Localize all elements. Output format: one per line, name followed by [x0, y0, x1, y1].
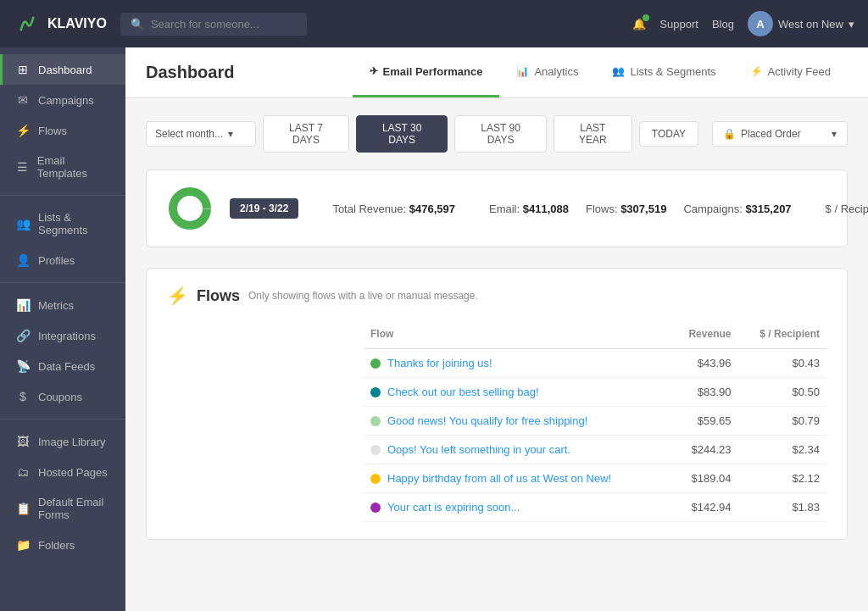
sidebar-label: Folders — [38, 539, 75, 552]
flows-header: ⚡ Flows Only showing flows with a live o… — [167, 286, 826, 306]
flow-name-link[interactable]: Good news! You qualify for free shipping… — [370, 414, 664, 427]
tab-email-performance[interactable]: ✈Email Performance — [353, 47, 500, 97]
filter-btn-last-30-days[interactable]: LAST 30 DAYS — [356, 115, 448, 153]
tab-activity-feed[interactable]: ⚡Activity Feed — [733, 47, 848, 97]
svg-point-3 — [201, 357, 303, 458]
sidebar-divider — [0, 282, 125, 283]
tab-icon: ✈ — [370, 65, 378, 77]
sidebar-item-image-library[interactable]: 🖼Image Library — [0, 426, 125, 457]
sidebar-icon: 📊 — [16, 298, 30, 312]
flow-dot — [370, 358, 381, 369]
chevron-down-icon: ▾ — [849, 18, 854, 31]
sidebar-label: Flows — [38, 125, 67, 137]
flow-revenue: $142.94 — [670, 493, 738, 522]
table-row: Oops! You left something in your cart. $… — [364, 436, 826, 464]
sidebar-icon: ✉ — [16, 93, 30, 107]
filter-btn-last-7-days[interactable]: LAST 7 DAYS — [263, 115, 349, 153]
flow-per-recipient: $1.83 — [737, 493, 826, 522]
sidebar-item-default-email-forms[interactable]: 📋Default Email Forms — [0, 487, 125, 530]
sidebar-item-email-templates[interactable]: ☰Email Templates — [0, 146, 125, 188]
per-recipient-stat: $ / Recipient: $0.24 — [826, 203, 868, 215]
sidebar-label: Hosted Pages — [38, 466, 108, 479]
revenue-col-header: Revenue — [670, 323, 738, 349]
tab-analytics[interactable]: 📊Analytics — [499, 47, 595, 97]
flow-revenue: $189.04 — [670, 464, 738, 493]
tab-lists-segments[interactable]: 👥Lists & Segments — [595, 47, 732, 97]
logo-text: KLAVIYO — [47, 16, 107, 31]
logo: KLAVIYO — [14, 10, 107, 37]
date-range-badge: 2/19 - 3/22 — [230, 198, 298, 219]
blog-link[interactable]: Blog — [712, 18, 734, 31]
sidebar-item-hosted-pages[interactable]: 🗂Hosted Pages — [0, 457, 125, 487]
table-row: Good news! You qualify for free shipping… — [364, 407, 826, 436]
filter-btn-last-year[interactable]: LAST YEAR — [554, 115, 632, 153]
filter-btn-last-90-days[interactable]: LAST 90 DAYS — [454, 115, 546, 153]
placed-order-label: Placed Order — [741, 128, 801, 140]
chevron-down-icon: ▾ — [832, 128, 837, 140]
sidebar-item-integrations[interactable]: 🔗Integrations — [0, 320, 125, 351]
total-revenue-stat: Total Revenue: $476,597 — [332, 203, 455, 215]
table-row: Thanks for joining us! $43.96 $0.43 — [364, 349, 826, 378]
sidebar-label: Campaigns — [38, 94, 94, 107]
sidebar-item-profiles[interactable]: 👤Profiles — [0, 245, 125, 275]
support-link[interactable]: Support — [659, 18, 698, 31]
lock-icon: 🔒 — [723, 128, 736, 140]
sidebar-icon: 📁 — [16, 538, 30, 552]
sidebar-label: Lists & Segments — [38, 211, 112, 236]
sidebar-label: Default Email Forms — [38, 496, 112, 521]
flows-table: Flow Revenue $ / Recipient Thanks for jo… — [364, 323, 826, 522]
sidebar-label: Metrics — [38, 299, 74, 312]
tab-label: Activity Feed — [768, 65, 831, 78]
sidebar-item-campaigns[interactable]: ✉Campaigns — [0, 85, 125, 115]
sidebar-item-folders[interactable]: 📁Folders — [0, 530, 125, 560]
sidebar-item-lists-segments[interactable]: 👥Lists & Segments — [0, 203, 125, 245]
sidebar-item-data-feeds[interactable]: 📡Data Feeds — [0, 351, 125, 381]
flow-dot — [370, 445, 381, 455]
filter-btn-today[interactable]: TODAY — [639, 121, 698, 147]
flow-per-recipient: $0.43 — [737, 349, 826, 378]
flow-dot — [370, 474, 381, 484]
flow-name-link[interactable]: Your cart is expiring soon... — [370, 501, 664, 514]
flow-name-link[interactable]: Oops! You left something in your cart. — [370, 443, 664, 456]
notification-bell[interactable]: 🔔 — [632, 18, 646, 31]
tab-icon: ⚡ — [750, 65, 763, 77]
sidebar: ⊞Dashboard✉Campaigns⚡Flows☰Email Templat… — [0, 47, 125, 611]
filter-bar: Select month... ▾ LAST 7 DAYSLAST 30 DAY… — [146, 115, 848, 153]
main-content: Dashboard ✈Email Performance📊Analytics👥L… — [125, 47, 868, 611]
campaigns-revenue-stat: Campaigns: $315,207 — [683, 203, 791, 215]
sidebar-icon: 👤 — [16, 253, 30, 267]
sidebar-item-dashboard[interactable]: ⊞Dashboard — [0, 54, 125, 85]
sidebar-divider — [0, 195, 125, 196]
sidebar-icon: 🗂 — [16, 465, 30, 479]
flow-name-link[interactable]: Thanks for joining us! — [370, 357, 664, 369]
sidebar-item-coupons[interactable]: $Coupons — [0, 381, 125, 412]
month-select[interactable]: Select month... ▾ — [146, 121, 256, 147]
sidebar-item-flows[interactable]: ⚡Flows — [0, 115, 125, 146]
search-bar[interactable]: 🔍 — [120, 13, 307, 36]
search-input[interactable] — [151, 18, 287, 31]
sidebar-item-metrics[interactable]: 📊Metrics — [0, 290, 125, 320]
search-icon: 🔍 — [131, 18, 144, 31]
sidebar-label: Image Library — [38, 436, 105, 448]
summary-donut-icon — [167, 186, 213, 231]
sidebar-icon: ☰ — [16, 160, 29, 174]
table-row: Your cart is expiring soon... $142.94 $1… — [364, 493, 826, 522]
flows-section: ⚡ Flows Only showing flows with a live o… — [146, 268, 848, 540]
placed-order-dropdown[interactable]: 🔒 Placed Order ▾ — [712, 121, 848, 147]
select-label: Select month... — [155, 128, 223, 140]
flow-per-recipient: $2.12 — [737, 464, 826, 493]
top-nav: KLAVIYO 🔍 🔔 Support Blog A West on New ▾ — [0, 0, 868, 47]
sidebar-icon: 📡 — [16, 359, 30, 373]
user-menu[interactable]: A West on New ▾ — [748, 11, 854, 36]
sidebar-icon: 🖼 — [16, 435, 30, 448]
tab-label: Email Performance — [383, 65, 483, 78]
flow-revenue: $244.23 — [670, 436, 738, 464]
flow-per-recipient: $2.34 — [737, 436, 826, 464]
flow-name-link[interactable]: Happy birthday from all of us at West on… — [370, 472, 664, 485]
app-layout: ⊞Dashboard✉Campaigns⚡Flows☰Email Templat… — [0, 47, 868, 611]
flow-revenue: $43.96 — [670, 349, 738, 378]
flow-revenue: $59.65 — [670, 407, 738, 436]
flows-icon: ⚡ — [167, 286, 188, 306]
flows-revenue-stat: Flows: $307,519 — [586, 203, 666, 215]
flow-name-link[interactable]: Check out our best selling bag! — [370, 386, 664, 398]
